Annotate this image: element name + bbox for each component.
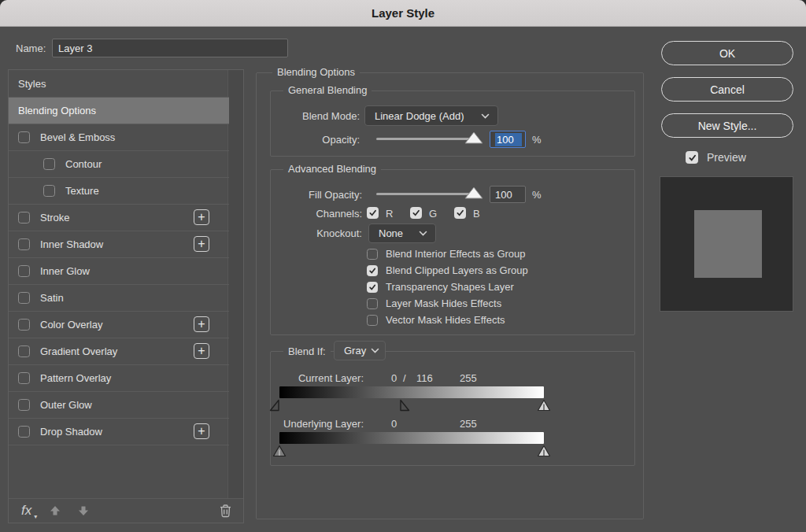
fill-opacity-percent-sign: % <box>532 189 542 201</box>
layer-style-dialog: Layer Style Name: Styles Blending Option… <box>0 0 806 532</box>
check-icon <box>688 153 697 162</box>
sidebar-item-satin[interactable]: Satin <box>9 285 229 312</box>
current-layer-black-slider-right-half[interactable] <box>399 399 411 415</box>
opacity-value-field[interactable]: 100 <box>490 131 526 148</box>
texture-checkbox[interactable] <box>43 185 55 197</box>
sidebar-item-bevel-emboss[interactable]: Bevel & Emboss <box>9 124 229 151</box>
underlying-layer-black-value: 0 <box>391 418 397 430</box>
new-style-button[interactable]: New Style... <box>661 113 793 138</box>
sidebar-scroll-track[interactable] <box>227 70 243 499</box>
channel-r-label: R <box>386 208 393 220</box>
sidebar-item-blending-options[interactable]: Blending Options <box>9 98 229 124</box>
check-icon <box>368 209 377 217</box>
current-layer-black-slider-left-half[interactable] <box>268 399 280 415</box>
blend-if-group <box>270 351 635 466</box>
fx-caret-icon: ▾ <box>34 513 37 520</box>
underlying-layer-black-slider[interactable] <box>272 445 287 460</box>
gradient-overlay-checkbox[interactable] <box>18 345 30 357</box>
blend-if-channel-dropdown[interactable]: Gray <box>334 341 386 360</box>
outer-glow-checkbox[interactable] <box>18 399 30 411</box>
style-preview-thumbnail <box>660 176 793 312</box>
stroke-checkbox[interactable] <box>18 212 30 224</box>
title-bar: Layer Style <box>0 0 806 27</box>
drop-shadow-checkbox[interactable] <box>18 426 30 438</box>
blend-mode-dropdown[interactable]: Linear Dodge (Add) <box>364 105 498 126</box>
arrow-up-icon <box>49 504 61 517</box>
sidebar-item-gradient-overlay[interactable]: Gradient Overlay+ <box>9 338 229 365</box>
sidebar-item-contour[interactable]: Contour <box>9 151 229 178</box>
color-overlay-add-button[interactable]: + <box>194 316 209 332</box>
dialog-title: Layer Style <box>372 6 434 20</box>
knockout-dropdown[interactable]: None <box>368 224 436 243</box>
blend-interior-effects-checkbox[interactable] <box>367 249 378 260</box>
contour-checkbox[interactable] <box>43 158 55 170</box>
layer-name-input[interactable] <box>52 39 288 57</box>
name-label: Name: <box>16 42 46 54</box>
blend-mode-label: Blend Mode: <box>260 110 360 122</box>
blend-if-label: Blend If: <box>283 345 331 357</box>
bevel-emboss-checkbox[interactable] <box>18 131 30 143</box>
sidebar-item-stroke[interactable]: Stroke+ <box>9 205 229 231</box>
inner-shadow-add-button[interactable]: + <box>194 236 209 252</box>
sidebar-item-inner-shadow[interactable]: Inner Shadow+ <box>9 231 229 258</box>
blend-interior-effects-option[interactable]: Blend Interior Effects as Group <box>367 248 526 260</box>
layer-mask-hides-effects-option[interactable]: Layer Mask Hides Effects <box>367 297 501 309</box>
satin-checkbox[interactable] <box>18 292 30 304</box>
vector-mask-hides-effects-option[interactable]: Vector Mask Hides Effects <box>367 314 505 326</box>
arrow-down-icon <box>77 504 90 517</box>
blend-clipped-layers-checkbox[interactable] <box>367 265 378 276</box>
cancel-button[interactable]: Cancel <box>661 77 793 102</box>
channel-b-label: B <box>473 208 480 220</box>
sidebar-item-outer-glow[interactable]: Outer Glow <box>9 392 229 419</box>
channels-label: Channels: <box>260 208 362 220</box>
check-icon <box>368 267 376 275</box>
pattern-overlay-checkbox[interactable] <box>18 372 30 384</box>
inner-glow-checkbox[interactable] <box>18 265 30 277</box>
check-icon <box>456 209 464 217</box>
opacity-percent-sign: % <box>532 134 542 146</box>
drop-shadow-add-button[interactable]: + <box>194 423 209 439</box>
current-layer-white-slider[interactable] <box>537 399 551 415</box>
sidebar-item-pattern-overlay[interactable]: Pattern Overlay <box>9 365 229 392</box>
sidebar-item-color-overlay[interactable]: Color Overlay+ <box>9 312 229 338</box>
chevron-down-icon <box>481 113 490 119</box>
preview-layer-square <box>694 210 762 278</box>
gradient-overlay-add-button[interactable]: + <box>194 343 209 359</box>
transparency-shapes-layer-option[interactable]: Transparency Shapes Layer <box>367 281 514 293</box>
move-effect-down-button[interactable] <box>77 504 90 517</box>
inner-shadow-checkbox[interactable] <box>18 238 30 250</box>
sidebar-item-texture[interactable]: Texture <box>9 178 229 205</box>
channel-r-checkbox[interactable] <box>367 207 379 219</box>
layer-mask-hides-effects-checkbox[interactable] <box>367 298 378 309</box>
stroke-add-button[interactable]: + <box>194 209 209 225</box>
channel-b-checkbox[interactable] <box>454 207 466 219</box>
channel-g-checkbox[interactable] <box>410 207 422 219</box>
preview-checkbox[interactable] <box>686 151 698 164</box>
sidebar-item-inner-glow[interactable]: Inner Glow <box>9 258 229 285</box>
preview-label: Preview <box>707 151 746 164</box>
underlying-layer-white-slider[interactable] <box>537 445 551 460</box>
fill-opacity-value-field[interactable]: 100 <box>490 186 526 203</box>
styles-sidebar: Styles Blending Options Bevel & Emboss C… <box>8 69 244 523</box>
fill-opacity-slider-thumb[interactable] <box>464 186 484 203</box>
general-blending-title: General Blending <box>283 84 372 96</box>
panel-title: Blending Options <box>272 66 360 78</box>
move-effect-up-button[interactable] <box>49 504 61 517</box>
underlying-layer-label: Underlying Layer: <box>260 418 364 430</box>
fx-menu-button[interactable]: fx▾ <box>21 503 31 519</box>
advanced-blending-title: Advanced Blending <box>283 163 381 175</box>
blend-clipped-layers-option[interactable]: Blend Clipped Layers as Group <box>367 264 528 276</box>
sidebar-toolbar: fx▾ <box>9 498 243 523</box>
fill-opacity-label: Fill Opacity: <box>260 189 362 201</box>
color-overlay-checkbox[interactable] <box>18 319 30 331</box>
sidebar-item-styles[interactable]: Styles <box>9 71 229 98</box>
sidebar-item-drop-shadow[interactable]: Drop Shadow+ <box>9 419 229 445</box>
vector-mask-hides-effects-checkbox[interactable] <box>367 315 378 326</box>
opacity-slider-thumb[interactable] <box>464 131 484 148</box>
opacity-label: Opacity: <box>260 134 360 146</box>
ok-button[interactable]: OK <box>661 41 793 65</box>
underlying-layer-white-value: 255 <box>460 418 477 430</box>
current-layer-white-value: 255 <box>460 372 477 384</box>
transparency-shapes-layer-checkbox[interactable] <box>367 282 378 293</box>
delete-effect-button[interactable] <box>219 504 232 518</box>
